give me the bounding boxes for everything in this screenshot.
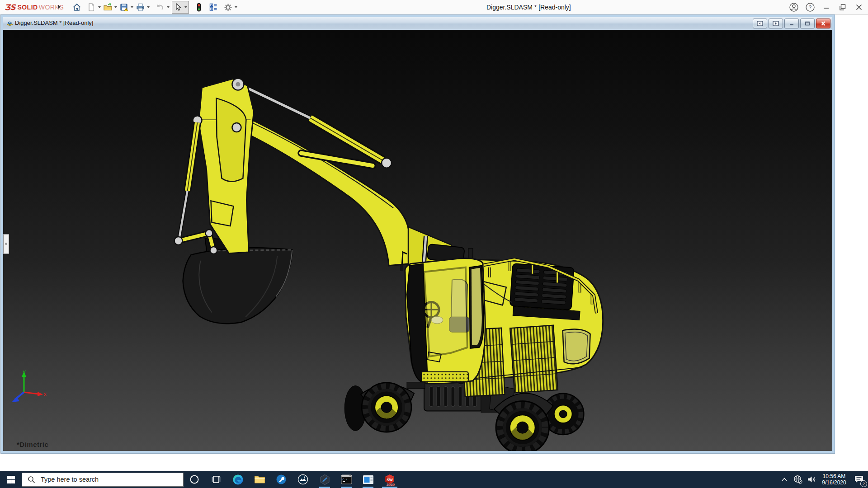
edge-icon (232, 474, 244, 485)
show-right-pane-button[interactable] (769, 19, 783, 28)
support-tool-button[interactable] (270, 471, 292, 488)
minimize-button[interactable] (820, 1, 833, 13)
wheel-front-left (362, 383, 411, 432)
select-tool-group (172, 1, 189, 14)
options-button[interactable] (222, 1, 233, 13)
minimize-icon (822, 3, 831, 12)
doc-close-icon (820, 21, 826, 26)
new-document-dropdown[interactable] (97, 1, 102, 13)
app-title: Digger.SLDASM * [Read-only] (486, 4, 571, 11)
edrawings-button[interactable] (314, 471, 335, 488)
solidworks-logo-mark: ƷS (5, 3, 15, 12)
app-window-icon (363, 475, 374, 484)
wrench-circle-icon (276, 474, 287, 485)
command-prompt-icon: C:\ (341, 474, 352, 484)
menu-expand-arrow[interactable] (58, 5, 61, 9)
reference-triad: Y X (10, 369, 47, 408)
tray-expand-button[interactable] (778, 471, 791, 488)
stoplight-button[interactable] (193, 1, 204, 13)
document-window-controls (753, 19, 830, 28)
brand-text-solid: SOLID (17, 4, 38, 11)
stick-arm (193, 79, 254, 253)
edge-button[interactable] (227, 471, 249, 488)
account-button[interactable] (788, 1, 800, 13)
search-icon (28, 476, 35, 483)
chevron-up-icon (781, 477, 788, 482)
document-window: Digger.SLDASM * [Read-only] (1, 15, 835, 453)
save-button[interactable] (118, 1, 129, 13)
taskbar-clock[interactable]: 10:56 AM 9/16/2020 (818, 473, 850, 486)
taskbar-search[interactable] (22, 473, 184, 487)
show-left-pane-button[interactable] (753, 19, 767, 28)
undo-button[interactable] (155, 1, 165, 13)
graphics-viewport[interactable]: Y X *Dimetric (3, 30, 832, 451)
window-controls: ? (788, 0, 865, 14)
svg-text:2020: 2020 (387, 483, 395, 487)
new-document-icon (87, 3, 96, 12)
boom-arm (235, 114, 410, 266)
handle-grip-dot (5, 243, 7, 245)
options-dropdown[interactable] (233, 1, 239, 13)
doc-restore-button[interactable] (800, 19, 815, 28)
doc-close-button[interactable] (816, 19, 830, 28)
open-folder-icon (103, 3, 113, 12)
home-button[interactable] (71, 1, 82, 13)
save-dropdown[interactable] (129, 1, 135, 13)
svg-text:C:\: C:\ (342, 478, 347, 481)
cortana-button[interactable] (184, 471, 205, 488)
app-window-button[interactable] (357, 471, 379, 488)
svg-text:?: ? (809, 5, 811, 10)
new-document-button[interactable] (86, 1, 97, 13)
start-button[interactable] (0, 471, 22, 488)
engine-vent-panel (510, 263, 574, 310)
document-title: Digger.SLDASM * [Read-only] (15, 19, 93, 26)
select-cursor-icon (174, 3, 182, 12)
quick-access-toolbar (71, 1, 239, 14)
volume-button[interactable] (805, 471, 818, 488)
network-status-button[interactable] (791, 471, 805, 488)
command-prompt-button[interactable]: C:\ (335, 471, 357, 488)
restore-button[interactable] (836, 1, 849, 13)
account-icon (789, 2, 799, 12)
print-dropdown[interactable] (146, 1, 151, 13)
document-titlebar[interactable]: Digger.SLDASM * [Read-only] (3, 17, 832, 30)
help-button[interactable]: ? (804, 1, 816, 13)
select-tool-dropdown[interactable] (183, 1, 189, 13)
close-icon (854, 3, 863, 12)
close-button[interactable] (853, 1, 865, 13)
notification-badge: 2 (860, 480, 867, 487)
action-center-button[interactable]: 2 (850, 471, 868, 488)
open-dropdown[interactable] (113, 1, 118, 13)
home-icon (72, 3, 81, 12)
doc-restore-icon (804, 21, 811, 26)
pane-right-icon (773, 21, 779, 26)
featuremanager-collapsed-handle[interactable] (3, 234, 9, 254)
cab (400, 244, 485, 389)
triad-x-label: X (43, 392, 47, 397)
clock-time: 10:56 AM (818, 473, 850, 479)
search-input[interactable] (40, 475, 173, 483)
select-tool-button[interactable] (172, 1, 183, 13)
checklist-icon (209, 3, 218, 12)
print-button[interactable] (135, 1, 146, 13)
system-tray: 10:56 AM 9/16/2020 2 (778, 471, 868, 488)
doc-minimize-button[interactable] (784, 19, 799, 28)
photos-button[interactable] (292, 471, 314, 488)
undo-dropdown[interactable] (165, 1, 171, 13)
solidworks-taskbar-button[interactable]: SW 2020 (379, 471, 401, 488)
task-view-button[interactable] (205, 471, 227, 488)
hexagon-app-icon (319, 474, 330, 485)
file-explorer-button[interactable] (249, 471, 270, 488)
open-button[interactable] (102, 1, 113, 13)
design-checker-button[interactable] (208, 1, 219, 13)
speaker-icon (807, 475, 816, 483)
traffic-light-icon (196, 2, 202, 12)
taskbar: C:\ SW 2020 (0, 471, 868, 488)
globe-no-internet-icon (793, 475, 802, 484)
bucket-cylinder (179, 122, 198, 238)
windows-logo-icon (7, 476, 15, 483)
excavator-model[interactable] (3, 30, 832, 451)
windshield (424, 267, 467, 357)
solidworks-logo: ƷS SOLIDWORKS (5, 3, 64, 12)
desktop-screen: ƷS SOLIDWORKS (0, 0, 868, 488)
